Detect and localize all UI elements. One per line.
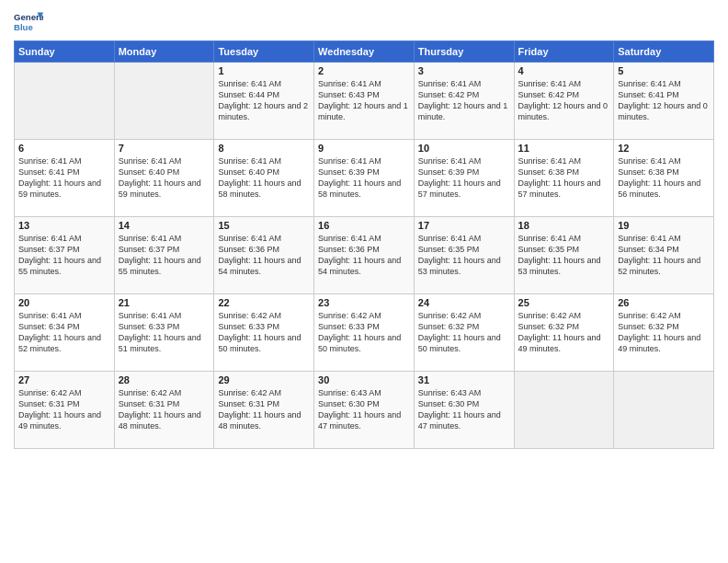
logo: General Blue [14, 9, 43, 35]
day-number: 2 [318, 65, 410, 76]
cell-info: Sunrise: 6:41 AMSunset: 6:35 PMDaylight:… [518, 234, 601, 276]
cell-info: Sunrise: 6:41 AMSunset: 6:43 PMDaylight:… [318, 79, 408, 121]
calendar-cell: 10Sunrise: 6:41 AMSunset: 6:39 PMDayligh… [414, 140, 514, 217]
calendar-cell: 30Sunrise: 6:43 AMSunset: 6:30 PMDayligh… [314, 372, 415, 449]
calendar-cell [614, 372, 714, 449]
calendar-cell: 1Sunrise: 6:41 AMSunset: 6:44 PMDaylight… [214, 63, 314, 140]
cell-info: Sunrise: 6:42 AMSunset: 6:31 PMDaylight:… [18, 388, 101, 431]
day-number: 4 [518, 65, 610, 76]
days-header-row: SundayMondayTuesdayWednesdayThursdayFrid… [15, 41, 714, 63]
calendar-cell: 3Sunrise: 6:41 AMSunset: 6:42 PMDaylight… [414, 63, 514, 140]
day-number: 16 [318, 220, 410, 231]
cell-info: Sunrise: 6:41 AMSunset: 6:41 PMDaylight:… [18, 156, 101, 199]
calendar-cell: 29Sunrise: 6:42 AMSunset: 6:31 PMDayligh… [214, 372, 314, 449]
week-row-2: 6Sunrise: 6:41 AMSunset: 6:41 PMDaylight… [15, 140, 714, 217]
day-number: 19 [618, 220, 710, 231]
day-number: 21 [119, 297, 210, 308]
cell-info: Sunrise: 6:42 AMSunset: 6:33 PMDaylight:… [218, 311, 301, 353]
calendar-cell [514, 372, 614, 449]
cell-info: Sunrise: 6:41 AMSunset: 6:39 PMDaylight:… [418, 156, 501, 199]
week-row-4: 20Sunrise: 6:41 AMSunset: 6:34 PMDayligh… [15, 294, 714, 372]
cell-info: Sunrise: 6:42 AMSunset: 6:32 PMDaylight:… [618, 311, 700, 353]
day-number: 1 [218, 65, 310, 76]
day-header-monday: Monday [114, 41, 214, 63]
calendar-cell: 24Sunrise: 6:42 AMSunset: 6:32 PMDayligh… [414, 294, 514, 372]
calendar-cell: 9Sunrise: 6:41 AMSunset: 6:39 PMDaylight… [314, 140, 415, 217]
cell-info: Sunrise: 6:43 AMSunset: 6:30 PMDaylight:… [318, 388, 401, 431]
week-row-1: 1Sunrise: 6:41 AMSunset: 6:44 PMDaylight… [15, 63, 714, 140]
day-number: 3 [418, 65, 510, 76]
day-number: 6 [18, 143, 110, 154]
day-number: 7 [119, 143, 210, 154]
cell-info: Sunrise: 6:41 AMSunset: 6:39 PMDaylight:… [318, 156, 401, 199]
cell-info: Sunrise: 6:42 AMSunset: 6:31 PMDaylight:… [218, 388, 301, 431]
cell-info: Sunrise: 6:41 AMSunset: 6:36 PMDaylight:… [318, 234, 401, 276]
cell-info: Sunrise: 6:41 AMSunset: 6:33 PMDaylight:… [119, 311, 201, 353]
day-header-thursday: Thursday [414, 41, 514, 63]
cell-info: Sunrise: 6:41 AMSunset: 6:44 PMDaylight:… [218, 79, 308, 121]
svg-text:Blue: Blue [14, 22, 33, 32]
calendar-cell [114, 63, 214, 140]
day-number: 25 [518, 297, 610, 308]
cell-info: Sunrise: 6:41 AMSunset: 6:40 PMDaylight:… [119, 156, 201, 199]
calendar-cell: 31Sunrise: 6:43 AMSunset: 6:30 PMDayligh… [414, 372, 514, 449]
cell-info: Sunrise: 6:41 AMSunset: 6:41 PMDaylight:… [618, 79, 708, 121]
calendar-cell: 27Sunrise: 6:42 AMSunset: 6:31 PMDayligh… [15, 372, 115, 449]
day-number: 22 [218, 297, 310, 308]
calendar-cell: 18Sunrise: 6:41 AMSunset: 6:35 PMDayligh… [514, 217, 614, 294]
day-number: 9 [318, 143, 410, 154]
cell-info: Sunrise: 6:42 AMSunset: 6:32 PMDaylight:… [518, 311, 601, 353]
generalblue-logo-icon: General Blue [14, 9, 43, 35]
cell-info: Sunrise: 6:41 AMSunset: 6:37 PMDaylight:… [119, 234, 201, 276]
calendar-cell: 16Sunrise: 6:41 AMSunset: 6:36 PMDayligh… [314, 217, 415, 294]
cell-info: Sunrise: 6:41 AMSunset: 6:35 PMDaylight:… [418, 234, 501, 276]
calendar-cell: 2Sunrise: 6:41 AMSunset: 6:43 PMDaylight… [314, 63, 415, 140]
cell-info: Sunrise: 6:41 AMSunset: 6:36 PMDaylight:… [218, 234, 301, 276]
day-number: 8 [218, 143, 310, 154]
calendar-cell: 7Sunrise: 6:41 AMSunset: 6:40 PMDaylight… [114, 140, 214, 217]
day-number: 20 [18, 297, 110, 308]
day-number: 23 [318, 297, 410, 308]
cell-info: Sunrise: 6:42 AMSunset: 6:32 PMDaylight:… [418, 311, 501, 353]
day-number: 5 [618, 65, 710, 76]
cell-info: Sunrise: 6:41 AMSunset: 6:38 PMDaylight:… [618, 156, 700, 199]
cell-info: Sunrise: 6:42 AMSunset: 6:33 PMDaylight:… [318, 311, 401, 353]
day-number: 13 [18, 220, 110, 231]
day-header-sunday: Sunday [15, 41, 115, 63]
calendar-cell: 15Sunrise: 6:41 AMSunset: 6:36 PMDayligh… [214, 217, 314, 294]
cell-info: Sunrise: 6:41 AMSunset: 6:40 PMDaylight:… [218, 156, 301, 199]
cell-info: Sunrise: 6:41 AMSunset: 6:42 PMDaylight:… [418, 79, 508, 121]
day-number: 17 [418, 220, 510, 231]
calendar-cell: 28Sunrise: 6:42 AMSunset: 6:31 PMDayligh… [114, 372, 214, 449]
day-number: 18 [518, 220, 610, 231]
week-row-3: 13Sunrise: 6:41 AMSunset: 6:37 PMDayligh… [15, 217, 714, 294]
calendar-cell: 12Sunrise: 6:41 AMSunset: 6:38 PMDayligh… [614, 140, 714, 217]
calendar-cell: 23Sunrise: 6:42 AMSunset: 6:33 PMDayligh… [314, 294, 415, 372]
calendar-cell: 4Sunrise: 6:41 AMSunset: 6:42 PMDaylight… [514, 63, 614, 140]
calendar-cell: 17Sunrise: 6:41 AMSunset: 6:35 PMDayligh… [414, 217, 514, 294]
day-number: 26 [618, 297, 710, 308]
calendar-cell: 22Sunrise: 6:42 AMSunset: 6:33 PMDayligh… [214, 294, 314, 372]
day-header-saturday: Saturday [614, 41, 714, 63]
calendar-cell: 19Sunrise: 6:41 AMSunset: 6:34 PMDayligh… [614, 217, 714, 294]
calendar-cell: 21Sunrise: 6:41 AMSunset: 6:33 PMDayligh… [114, 294, 214, 372]
cell-info: Sunrise: 6:43 AMSunset: 6:30 PMDaylight:… [418, 388, 501, 431]
day-number: 15 [218, 220, 310, 231]
day-header-tuesday: Tuesday [214, 41, 314, 63]
day-number: 14 [119, 220, 210, 231]
calendar-cell: 8Sunrise: 6:41 AMSunset: 6:40 PMDaylight… [214, 140, 314, 217]
cell-info: Sunrise: 6:42 AMSunset: 6:31 PMDaylight:… [119, 388, 201, 431]
cell-info: Sunrise: 6:41 AMSunset: 6:38 PMDaylight:… [518, 156, 601, 199]
calendar-cell: 13Sunrise: 6:41 AMSunset: 6:37 PMDayligh… [15, 217, 115, 294]
header: General Blue [14, 9, 714, 35]
calendar-cell: 26Sunrise: 6:42 AMSunset: 6:32 PMDayligh… [614, 294, 714, 372]
day-number: 24 [418, 297, 510, 308]
calendar-cell: 25Sunrise: 6:42 AMSunset: 6:32 PMDayligh… [514, 294, 614, 372]
calendar-cell: 11Sunrise: 6:41 AMSunset: 6:38 PMDayligh… [514, 140, 614, 217]
day-number: 31 [418, 374, 510, 385]
day-number: 10 [418, 143, 510, 154]
day-header-wednesday: Wednesday [314, 41, 415, 63]
calendar-cell: 14Sunrise: 6:41 AMSunset: 6:37 PMDayligh… [114, 217, 214, 294]
calendar-cell [15, 63, 115, 140]
cell-info: Sunrise: 6:41 AMSunset: 6:34 PMDaylight:… [618, 234, 700, 276]
